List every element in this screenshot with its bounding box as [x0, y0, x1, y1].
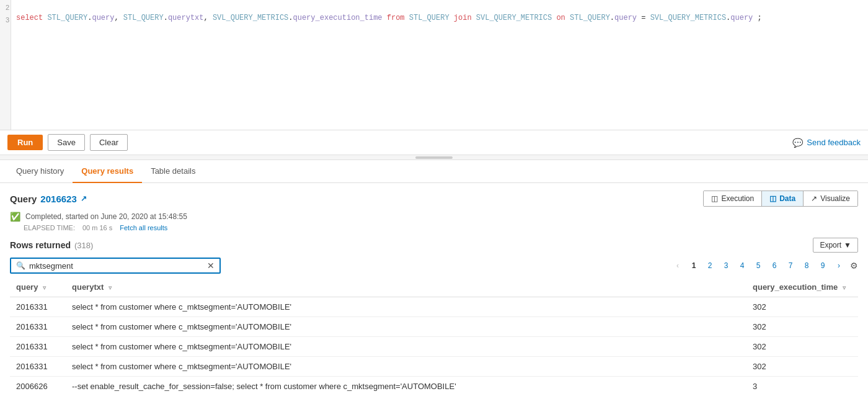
querytxt-filter-icon[interactable]: ▿: [108, 284, 112, 291]
status-row: ✅ Completed, started on June 20, 2020 at…: [10, 212, 858, 222]
rows-returned-text: Rows returned: [10, 240, 71, 250]
cell-querytxt-2: select * from customer where c_mktsegmen…: [66, 317, 746, 337]
cell-query-2: 2016331: [10, 317, 66, 337]
table-row: 2006626 --set enable_result_cache_for_se…: [10, 377, 858, 397]
rows-count: (318): [74, 241, 93, 250]
cell-query-1: 2016331: [10, 297, 66, 317]
sql-line-2: select STL_QUERY.query, STL_QUERY.queryt…: [16, 12, 863, 24]
line-numbers: 2 3: [0, 0, 11, 130]
view-data-button[interactable]: ◫ Data: [762, 191, 804, 206]
table-row: 2016331 select * from customer where c_m…: [10, 337, 858, 357]
pagination-page-6[interactable]: 6: [767, 258, 782, 273]
pagination-settings-icon[interactable]: ⚙: [850, 261, 858, 271]
pagination-page-2[interactable]: 2: [702, 258, 717, 273]
search-wrapper[interactable]: 🔍 ✕: [10, 258, 221, 274]
tab-query-results[interactable]: Query results: [73, 160, 142, 183]
pagination-prev[interactable]: ‹: [670, 258, 685, 273]
table-header: query ▿ querytxt ▿ query_execution_time …: [10, 277, 858, 297]
view-visualize-button[interactable]: ↗ Visualize: [804, 191, 857, 206]
search-icon: 🔍: [16, 261, 25, 270]
clear-button[interactable]: Clear: [90, 134, 128, 151]
send-feedback-link[interactable]: 💬 Send feedback: [792, 138, 861, 148]
cell-exec-time-5: 3: [746, 377, 858, 397]
table-header-row: query ▿ querytxt ▿ query_execution_time …: [10, 277, 858, 297]
cell-exec-time-2: 302: [746, 317, 858, 337]
view-toggle: ◫ Execution ◫ Data ↗ Visualize: [703, 191, 858, 207]
pagination-page-7[interactable]: 7: [783, 258, 798, 273]
cell-querytxt-1: select * from customer where c_mktsegmen…: [66, 297, 746, 317]
execution-icon: ◫: [711, 194, 718, 203]
visualize-label: Visualize: [820, 194, 850, 203]
pagination-page-4[interactable]: 4: [735, 258, 750, 273]
cell-query-5: 2006626: [10, 377, 66, 397]
status-check-icon: ✅: [10, 212, 20, 222]
feedback-icon: 💬: [792, 138, 803, 148]
line-num-2: 3: [0, 14, 11, 26]
table-body: 2016331 select * from customer where c_m…: [10, 297, 858, 397]
cell-querytxt-3: select * from customer where c_mktsegmen…: [66, 337, 746, 357]
table-row: 2016331 select * from customer where c_m…: [10, 297, 858, 317]
resize-bar: [415, 156, 453, 159]
execution-label: Execution: [721, 194, 754, 203]
data-label: Data: [779, 194, 795, 203]
rows-label: Rows returned (318): [10, 240, 93, 250]
data-table: query ▿ querytxt ▿ query_execution_time …: [10, 277, 858, 396]
elapsed-label: ELAPSED TIME:: [24, 224, 75, 231]
th-querytxt[interactable]: querytxt ▿: [66, 277, 746, 297]
rows-returned-bar: Rows returned (318) Export ▼: [10, 238, 858, 253]
toolbar: Run Save Clear 💬 Send feedback: [0, 130, 868, 155]
fetch-all-link[interactable]: Fetch all results: [120, 224, 167, 231]
cell-exec-time-4: 302: [746, 357, 858, 377]
tabs-bar: Query history Query results Table detail…: [0, 160, 868, 183]
query-id-link[interactable]: 2016623: [40, 194, 76, 204]
line-num-1: 2: [0, 1, 11, 14]
pagination-page-1[interactable]: 1: [686, 258, 701, 273]
exec-time-filter-icon[interactable]: ▿: [843, 284, 846, 291]
sql-content[interactable]: select STL_QUERY.query, STL_QUERY.queryt…: [11, 0, 868, 25]
query-label: Query: [10, 194, 37, 204]
export-button[interactable]: Export ▼: [813, 238, 858, 253]
cell-exec-time-1: 302: [746, 297, 858, 317]
table-row: 2016331 select * from customer where c_m…: [10, 317, 858, 337]
pagination-page-5[interactable]: 5: [751, 258, 766, 273]
pagination-next[interactable]: ›: [831, 258, 846, 273]
query-id: 2016623: [40, 194, 76, 204]
pagination-page-9[interactable]: 9: [815, 258, 830, 273]
tab-table-details[interactable]: Table details: [142, 160, 204, 183]
pagination-page-3[interactable]: 3: [719, 258, 733, 273]
elapsed-value: 00 m 16 s: [82, 224, 112, 231]
export-dropdown-icon: ▼: [844, 241, 851, 249]
table-row: 2016331 select * from customer where c_m…: [10, 357, 858, 377]
search-input[interactable]: [29, 261, 205, 271]
cell-querytxt-4: select * from customer where c_mktsegmen…: [66, 357, 746, 377]
send-feedback-label: Send feedback: [807, 138, 861, 147]
pagination: ‹ 1 2 3 4 5 6 7 8 9 › ⚙: [670, 258, 858, 273]
view-execution-button[interactable]: ◫ Execution: [704, 191, 762, 206]
cell-querytxt-5: --set enable_result_cache_for_session=fa…: [66, 377, 746, 397]
pagination-page-8[interactable]: 8: [799, 258, 814, 273]
tab-query-history[interactable]: Query history: [7, 160, 73, 183]
th-query[interactable]: query ▿: [10, 277, 66, 297]
results-area: Query 2016623 ↗ ◫ Execution ◫ Data ↗ Vis…: [0, 183, 868, 396]
cell-exec-time-3: 302: [746, 337, 858, 357]
run-button[interactable]: Run: [7, 135, 43, 150]
cell-query-3: 2016331: [10, 337, 66, 357]
visualize-icon: ↗: [811, 194, 817, 203]
external-link-icon[interactable]: ↗: [81, 194, 87, 203]
resize-handle[interactable]: [0, 155, 868, 160]
th-query-execution-time[interactable]: query_execution_time ▿: [746, 277, 858, 297]
query-header: Query 2016623 ↗ ◫ Execution ◫ Data ↗ Vis…: [10, 191, 858, 207]
sql-line-1: [16, 1, 863, 12]
search-pagination-row: 🔍 ✕ ‹ 1 2 3 4 5 6 7 8 9 › ⚙: [10, 258, 858, 274]
query-filter-icon[interactable]: ▿: [43, 284, 46, 291]
export-label: Export: [820, 241, 841, 249]
cell-query-4: 2016331: [10, 357, 66, 377]
query-title: Query 2016623 ↗: [10, 194, 87, 204]
elapsed-row: ELAPSED TIME: 00 m 16 s Fetch all result…: [24, 224, 858, 231]
code-editor[interactable]: 2 3 select STL_QUERY.query, STL_QUERY.qu…: [0, 0, 868, 130]
save-button[interactable]: Save: [48, 134, 85, 151]
clear-search-icon[interactable]: ✕: [207, 261, 215, 271]
data-icon: ◫: [769, 194, 776, 203]
status-text: Completed, started on June 20, 2020 at 1…: [25, 212, 187, 221]
